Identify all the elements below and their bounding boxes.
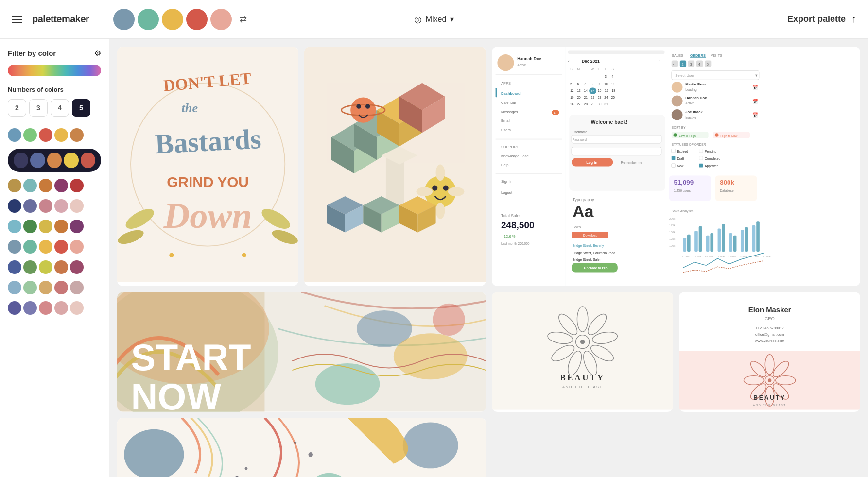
- num-btn-5[interactable]: 5: [72, 99, 90, 117]
- svg-text:Down: Down: [163, 195, 252, 236]
- poster-card[interactable]: START NOW: [117, 292, 486, 412]
- main-layout: Filter by color ⚙ Numbers of colors 2 3 …: [0, 39, 868, 477]
- filter-title: Filter by color: [8, 49, 56, 57]
- num-btn-3[interactable]: 3: [29, 99, 48, 117]
- number-buttons: 2 3 4 5: [8, 99, 101, 117]
- svg-text:Total Sales: Total Sales: [501, 213, 521, 218]
- svg-text:S: S: [611, 68, 614, 71]
- svg-text:AND THE BEAST: AND THE BEAST: [753, 404, 786, 407]
- svg-text:High to Low: High to Low: [720, 134, 737, 138]
- palette-row-7[interactable]: [8, 260, 101, 274]
- svg-text:✦: ✦: [292, 438, 298, 446]
- svg-text:175k: 175k: [669, 224, 675, 227]
- svg-text:3: 3: [690, 62, 692, 67]
- mode-chevron: ▾: [450, 15, 454, 24]
- svg-text:11: 11: [611, 82, 615, 85]
- svg-text:800k: 800k: [720, 179, 734, 186]
- palette-row-3[interactable]: [8, 179, 101, 192]
- svg-text:Bridge Street, Columbia Road: Bridge Street, Columbia Road: [572, 251, 615, 255]
- dot: [8, 220, 21, 233]
- svg-text:2: 2: [681, 62, 683, 67]
- svg-text:Last month 220,000: Last month 220,000: [501, 242, 529, 245]
- svg-text:Knowledge Base: Knowledge Base: [501, 154, 528, 158]
- dot: [8, 128, 21, 142]
- svg-rect-53: [495, 74, 562, 75]
- svg-text:14 Mar: 14 Mar: [716, 255, 725, 258]
- svg-text:SORT BY: SORT BY: [671, 126, 685, 129]
- hamburger-icon[interactable]: [12, 16, 22, 23]
- filter-icon[interactable]: ⚙: [94, 49, 101, 58]
- shuffle-icon[interactable]: ⇄: [240, 14, 247, 25]
- svg-text:office@gmail.com: office@gmail.com: [755, 332, 784, 337]
- svg-text:Calendar: Calendar: [501, 101, 516, 105]
- swatch-2[interactable]: [138, 9, 159, 30]
- svg-point-29: [432, 186, 437, 191]
- dot: [8, 301, 21, 315]
- export-palette-button[interactable]: Export palette: [787, 14, 846, 24]
- svg-text:17: 17: [605, 89, 608, 92]
- upload-icon[interactable]: ↑: [851, 14, 856, 25]
- svg-rect-176: [671, 156, 675, 160]
- isometric-card[interactable]: [304, 47, 486, 286]
- svg-point-239: [580, 340, 584, 344]
- svg-rect-198: [694, 231, 698, 252]
- dot: [70, 220, 84, 233]
- svg-point-30: [443, 186, 449, 191]
- palette-row-8[interactable]: [8, 281, 101, 294]
- palette-row-9[interactable]: [8, 301, 101, 315]
- svg-text:20: 20: [577, 96, 581, 99]
- mode-selector[interactable]: ◎ Mixed ▾: [414, 14, 454, 25]
- svg-text:Messages: Messages: [501, 110, 518, 114]
- svg-text:Salto: Salto: [572, 225, 580, 230]
- svg-text:4: 4: [611, 75, 613, 78]
- palette-row-1[interactable]: [8, 128, 101, 142]
- dark-palette-row[interactable]: [8, 149, 101, 172]
- svg-text:15 Mar: 15 Mar: [728, 255, 736, 258]
- svg-text:START: START: [131, 337, 251, 378]
- dot: [39, 179, 52, 192]
- swatch-1[interactable]: [113, 9, 135, 30]
- svg-text:28: 28: [584, 102, 588, 106]
- num-btn-2[interactable]: 2: [8, 99, 26, 117]
- dot: [39, 281, 52, 294]
- svg-point-38: [365, 104, 370, 109]
- svg-text:Password: Password: [572, 138, 586, 141]
- dot: [54, 128, 68, 142]
- svg-text:7: 7: [584, 82, 586, 85]
- svg-rect-63: [495, 139, 562, 140]
- header-palette-swatches: ⇄: [113, 9, 247, 30]
- svg-point-268: [308, 452, 312, 457]
- dot: [39, 301, 52, 315]
- dot: [23, 281, 37, 294]
- svg-point-226: [433, 304, 465, 336]
- svg-text:AND THE BEAST: AND THE BEAST: [562, 385, 602, 389]
- business-card[interactable]: Elon Masker CEO +12 345 6789012 office@g…: [679, 292, 860, 412]
- dot: [70, 260, 84, 274]
- swatch-5[interactable]: [210, 9, 232, 30]
- num-btn-4[interactable]: 4: [51, 99, 69, 117]
- swatch-4[interactable]: [186, 9, 208, 30]
- svg-point-12: [242, 253, 246, 257]
- palette-row-5[interactable]: [8, 220, 101, 233]
- svg-point-11: [169, 253, 174, 257]
- svg-text:www.yoursbe.com: www.yoursbe.com: [754, 339, 784, 343]
- logo-card[interactable]: BEAUTY AND THE BEAST: [492, 292, 673, 412]
- svg-point-34: [448, 187, 465, 196]
- dot: [70, 240, 84, 254]
- svg-text:CEO: CEO: [764, 316, 774, 321]
- swatch-3[interactable]: [162, 9, 183, 30]
- dot: [23, 128, 37, 142]
- svg-text:248,500: 248,500: [501, 221, 534, 231]
- dot: [23, 301, 37, 315]
- pattern-card[interactable]: ✦ ✦: [117, 418, 486, 477]
- dot: [47, 153, 62, 168]
- svg-text:21: 21: [584, 96, 588, 99]
- header-center: ◎ Mixed ▾: [414, 14, 454, 25]
- svg-text:Hannah Doe: Hannah Doe: [685, 96, 707, 100]
- palette-row-4[interactable]: [8, 199, 101, 213]
- svg-text:Completed: Completed: [705, 157, 720, 161]
- color-spectrum[interactable]: [8, 65, 101, 76]
- palette-row-6[interactable]: [8, 240, 101, 254]
- dashboard-card[interactable]: Hannah Doe Active APPS Dashboard Calenda…: [492, 47, 861, 286]
- typography-card[interactable]: DON'T LET the Bastards GRIND YOU Down: [117, 47, 298, 286]
